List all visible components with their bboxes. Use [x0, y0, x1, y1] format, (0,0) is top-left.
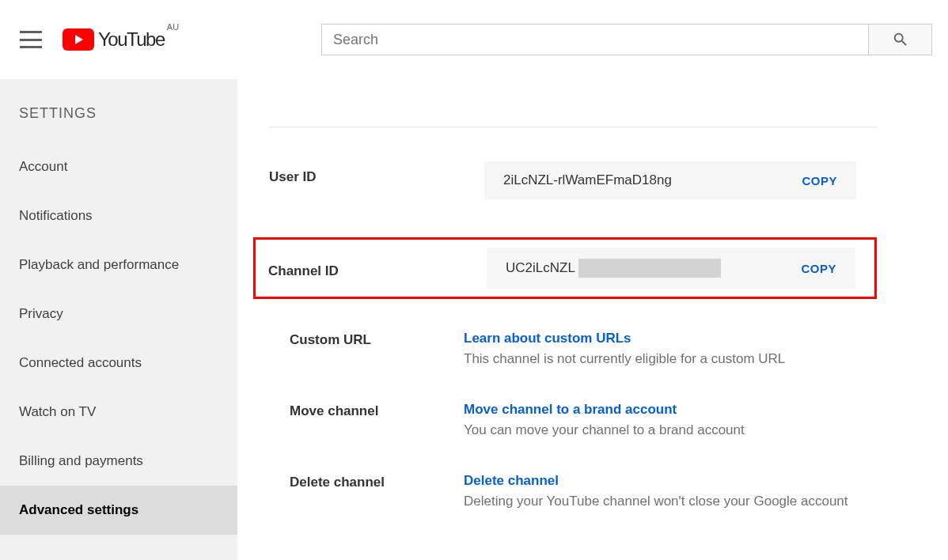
topbar: YouTube AU: [0, 0, 948, 79]
channel-id-redacted: [578, 259, 721, 278]
copy-channel-id-button[interactable]: COPY: [801, 262, 836, 275]
search-input[interactable]: [321, 24, 869, 55]
delete-channel-link[interactable]: Delete channel: [464, 473, 559, 489]
content: User ID 2iLcNZL-rlWamEFmaD18ng COPY Chan…: [237, 79, 948, 560]
user-id-row: User ID 2iLcNZL-rlWamEFmaD18ng COPY: [269, 161, 948, 199]
user-id-label: User ID: [269, 161, 484, 185]
move-channel-desc: You can move your channel to a brand acc…: [464, 422, 948, 438]
search-icon: [892, 31, 909, 48]
delete-channel-label: Delete channel: [269, 473, 464, 490]
sidebar-item-notifications[interactable]: Notifications: [0, 191, 237, 240]
user-id-value: 2iLcNZL-rlWamEFmaD18ng: [503, 172, 672, 188]
channel-id-prefix: UC2iLcNZL: [506, 260, 575, 276]
brand-text: YouTube: [98, 28, 165, 51]
hamburger-menu-icon[interactable]: [20, 31, 42, 48]
channel-id-label: Channel ID: [268, 257, 487, 279]
region-tag: AU: [167, 22, 179, 32]
sidebar-item-watch-on-tv[interactable]: Watch on TV: [0, 388, 237, 437]
sidebar-item-billing[interactable]: Billing and payments: [0, 437, 237, 486]
sidebar-item-privacy[interactable]: Privacy: [0, 289, 237, 339]
move-channel-row: Move channel Move channel to a brand acc…: [269, 402, 948, 438]
delete-channel-desc: Deleting your YouTube channel won't clos…: [464, 494, 948, 509]
sidebar-item-advanced-settings[interactable]: Advanced settings: [0, 486, 237, 535]
sidebar-title: SETTINGS: [0, 91, 237, 142]
search-bar: [321, 24, 932, 55]
channel-id-highlight: Channel ID UC2iLcNZL COPY: [253, 237, 877, 299]
divider: [269, 127, 877, 127]
channel-id-value: UC2iLcNZL: [506, 259, 721, 278]
youtube-play-icon: [63, 28, 94, 51]
sidebar-item-account[interactable]: Account: [0, 142, 237, 191]
sidebar-item-connected-accounts[interactable]: Connected accounts: [0, 339, 237, 388]
custom-url-label: Custom URL: [269, 331, 464, 348]
user-id-value-box: 2iLcNZL-rlWamEFmaD18ng COPY: [484, 161, 856, 199]
delete-channel-row: Delete channel Delete channel Deleting y…: [269, 473, 948, 509]
move-channel-link[interactable]: Move channel to a brand account: [464, 402, 677, 418]
sidebar-item-playback[interactable]: Playback and performance: [0, 240, 237, 289]
logo[interactable]: YouTube AU: [63, 28, 179, 51]
custom-url-link[interactable]: Learn about custom URLs: [464, 331, 631, 346]
custom-url-row: Custom URL Learn about custom URLs This …: [269, 331, 948, 367]
sidebar: SETTINGS Account Notifications Playback …: [0, 79, 237, 560]
search-button[interactable]: [869, 24, 932, 55]
copy-user-id-button[interactable]: COPY: [802, 174, 837, 187]
move-channel-label: Move channel: [269, 402, 464, 419]
channel-id-value-box: UC2iLcNZL COPY: [487, 248, 855, 289]
custom-url-desc: This channel is not currently eligible f…: [464, 351, 948, 367]
